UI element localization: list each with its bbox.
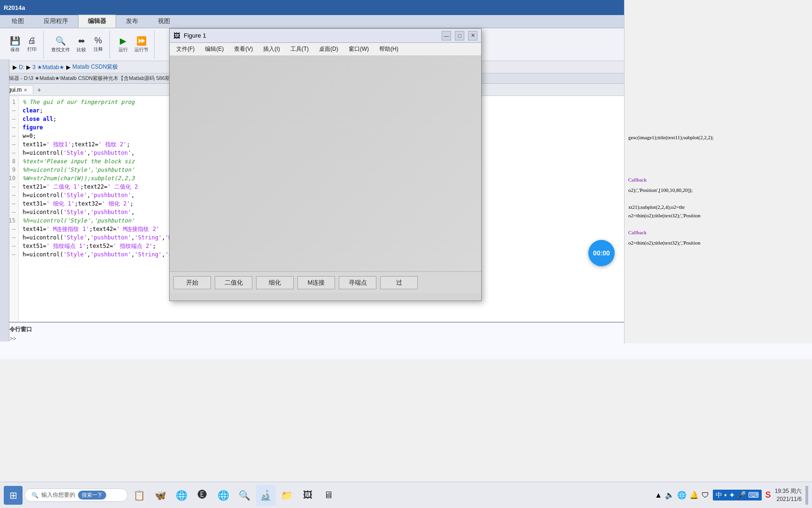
start-button[interactable]: ⊞ <box>4 486 23 505</box>
run-section-label: 运行节 <box>134 47 148 53</box>
run-icon: ▶ <box>120 36 126 46</box>
find-files-button[interactable]: 🔍 查找文件 <box>49 35 72 54</box>
run-section-icon: ⏩ <box>136 36 147 46</box>
path-sep2: ▶ <box>66 64 70 71</box>
search-icon: 🔍 <box>31 492 39 499</box>
tray-shield[interactable]: 🛡 <box>702 491 709 500</box>
clock-time: 19:35 周六 <box>775 487 802 495</box>
tray-volume[interactable]: 🔈 <box>665 491 674 500</box>
path-matlab[interactable]: 3 ★Matlab★ <box>32 64 64 71</box>
tray-notification[interactable]: 🔔 <box>689 491 699 500</box>
comment-label: 注释 <box>94 46 103 53</box>
compare-button[interactable]: ⬌ 比较 <box>74 35 89 54</box>
figure-endpoint-btn[interactable]: 寻端点 <box>339 276 376 289</box>
editor-bar-text: 编辑器 - D:\3 ★Matlab★\Matalb CSDN紫极神光木【含Ma… <box>4 75 175 82</box>
figure-close-btn[interactable]: ✕ <box>468 31 477 40</box>
path-d[interactable]: D: <box>19 64 24 71</box>
start-icon: ⊞ <box>9 490 17 501</box>
show-desktop-btn[interactable] <box>805 486 808 505</box>
ime-mic: 🎤 <box>737 491 746 500</box>
tab-publish[interactable]: 发布 <box>116 15 148 28</box>
figure-menu-desktop[interactable]: 桌面(D) <box>314 44 343 54</box>
search-text: 输入你想要的 <box>41 491 75 499</box>
tab-filename: gui.m <box>8 87 22 93</box>
tray-network[interactable]: 🌐 <box>677 491 687 500</box>
taskbar-browser2-icon: 🌐 <box>218 490 229 501</box>
figure-start-btn[interactable]: 开始 <box>173 276 211 289</box>
print-label: 打印 <box>27 46 37 53</box>
tab-add-button[interactable]: + <box>33 85 45 95</box>
search-button-text[interactable]: 搜索一下 <box>78 491 106 500</box>
figure-thin-btn[interactable]: 细化 <box>256 276 294 289</box>
run-button[interactable]: ▶ 运行 <box>116 35 131 54</box>
taskbar-item-matlab[interactable]: 🔬 <box>256 485 275 506</box>
figure-minimize-btn[interactable]: — <box>442 31 451 40</box>
tab-view[interactable]: 视图 <box>148 15 180 28</box>
figure-menu-view[interactable]: 查看(V) <box>229 44 258 54</box>
figure-binarize-btn[interactable]: 二值化 <box>215 276 252 289</box>
figure-buttons: 开始 二值化 细化 M连接 寻端点 过 <box>170 271 481 293</box>
figure-1-window: 🖼 Figure 1 — □ ✕ 文件(F) 编辑(E) 查看(V) 插入(I)… <box>169 28 482 301</box>
tab-editor[interactable]: 编辑器 <box>78 15 116 28</box>
print-button[interactable]: 🖨 打印 <box>24 35 39 54</box>
taskbar-item-search[interactable]: 🔍 <box>235 485 254 506</box>
tab-plot[interactable]: 绘图 <box>2 15 34 28</box>
figure-restore-btn[interactable]: □ <box>455 31 464 40</box>
ime-kb: ⌨ <box>748 491 759 500</box>
run-section-button[interactable]: ⏩ 运行节 <box>133 35 150 54</box>
right-line-2: o2);','Position',[100,10,80,20]); <box>628 187 808 196</box>
right-code-content: gesc(image1);title(text11);subplot(2,2,2… <box>625 0 812 343</box>
right-line-cb2: Callback <box>628 230 808 238</box>
path-arrow1: ▶ <box>13 64 17 71</box>
taskbar-desktop-icon: 🖥 <box>324 490 333 500</box>
right-line-cb1: Callback <box>628 177 808 185</box>
right-line-3: xt21);subplot(2,2,4);o2=thr <box>628 204 808 213</box>
tray-arrow[interactable]: ▲ <box>655 491 662 500</box>
figure-menu-window[interactable]: 窗口(W) <box>344 44 374 54</box>
taskbar-item-photo[interactable]: 🖼 <box>298 485 317 506</box>
taskbar-item-browser2[interactable]: 🌐 <box>214 485 233 506</box>
tab-close-icon[interactable]: ✕ <box>23 87 27 93</box>
taskbar-edge-icon: 🅔 <box>198 490 207 500</box>
figure-menu-insert[interactable]: 插入(I) <box>258 44 284 54</box>
taskbar-item-desktop[interactable]: 🖥 <box>319 485 338 506</box>
save-label: 保存 <box>10 47 20 53</box>
path-sep1: ▶ <box>26 64 31 71</box>
figure-icon: 🖼 <box>173 32 180 40</box>
figure-menu-edit[interactable]: 编辑(E) <box>200 44 228 54</box>
figure-mconnect-btn[interactable]: M连接 <box>297 276 335 289</box>
taskbar-item-ie[interactable]: 🌐 <box>172 485 191 506</box>
toolbar-group-file: 💾 保存 🖨 打印 <box>4 31 44 59</box>
figure-menu-help[interactable]: 帮助(H) <box>375 44 403 54</box>
ime-indicator[interactable]: 中 • ✦ 🎤 ⌨ <box>713 490 762 500</box>
sogou-icon[interactable]: S <box>765 490 771 500</box>
taskbar-item-edge[interactable]: 🅔 <box>193 485 212 506</box>
taskbar-item-butterfly[interactable]: 🦋 <box>151 485 170 506</box>
print-icon: 🖨 <box>28 36 36 46</box>
taskbar-photo-icon: 🖼 <box>303 490 312 500</box>
title-bar-title: R2014a <box>4 4 25 11</box>
tray-icons: ▲ 🔈 🌐 🔔 🛡 <box>655 491 709 500</box>
figure-canvas <box>170 56 481 271</box>
save-button[interactable]: 💾 保存 <box>8 35 23 54</box>
tab-apps[interactable]: 应用程序 <box>34 15 78 28</box>
ime-chinese-icon: 中 <box>716 491 722 500</box>
ime-star: ✦ <box>729 491 735 500</box>
taskbar-search[interactable]: 🔍 输入你想要的 搜索一下 <box>24 488 128 502</box>
toolbar-group-edit: 🔍 查找文件 ⬌ 比较 % 注释 <box>46 31 110 59</box>
figure-menu-tools[interactable]: 工具(T) <box>286 44 313 54</box>
system-clock[interactable]: 19:35 周六 2021/11/6 <box>775 487 802 503</box>
run-label: 运行 <box>118 47 128 53</box>
path-matalb[interactable]: Matalb CSDN紫极 <box>72 63 118 71</box>
figure-menubar: 文件(F) 编辑(E) 查看(V) 插入(I) 工具(T) 桌面(D) 窗口(W… <box>170 43 481 56</box>
compare-label: 比较 <box>77 47 86 53</box>
clock-date: 2021/11/6 <box>775 495 802 503</box>
figure-title: Figure 1 <box>184 32 206 39</box>
figure-menu-file[interactable]: 文件(F) <box>172 44 199 54</box>
taskbar-icon-0: 📋 <box>133 490 145 501</box>
figure-over-btn[interactable]: 过 <box>380 276 418 289</box>
comment-button[interactable]: % 注释 <box>91 35 106 54</box>
taskbar-item-explorer[interactable]: 📁 <box>277 485 297 506</box>
taskbar-search-icon: 🔍 <box>239 490 250 501</box>
taskbar-item-0[interactable]: 📋 <box>130 485 149 506</box>
